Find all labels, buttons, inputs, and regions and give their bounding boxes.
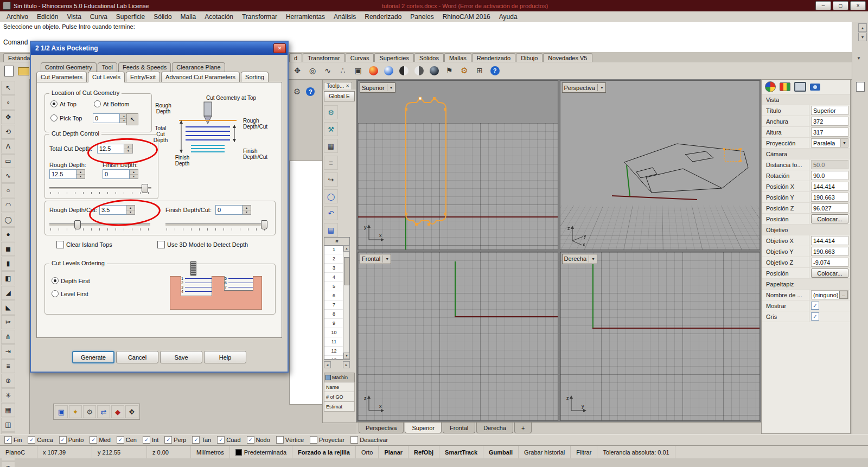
spin-down-icon[interactable] [124,149,132,153]
status-toggle[interactable]: Planar [379,446,409,458]
slider-thumb[interactable] [261,220,267,229]
screen-icon[interactable] [794,82,806,92]
toolbar-tab[interactable]: Dibujo [516,53,542,62]
osnap-checkbox[interactable] [192,436,200,444]
viewport-tab[interactable]: + [514,423,532,433]
new-file-icon[interactable] [4,66,14,76]
osnap-toggle[interactable]: Int [143,436,158,444]
dialog-button[interactable]: Help [204,351,246,363]
list-item[interactable]: 3 [324,264,343,273]
status-toggle[interactable]: Filtrar [571,446,597,458]
menu-item[interactable]: Malla [176,12,201,22]
pick-top-button[interactable]: ↖ [126,113,138,125]
save-icon[interactable]: ▤ [324,223,338,237]
viewport-title-superior[interactable]: Superior ▼ [360,82,395,93]
list-item[interactable]: 4 [324,273,343,282]
pick-top-radio[interactable]: Pick Top [50,114,82,121]
chamfer-icon[interactable]: ◣ [1,300,15,315]
cylinder-icon[interactable]: ▮ [1,257,15,271]
scroll-up-icon[interactable]: ▲ [858,23,867,32]
depth-first-radio[interactable]: Depth First [52,277,90,284]
array-icon[interactable]: ▦ [1,403,15,417]
status-toggle[interactable]: Gumball [483,446,519,458]
rectangle-icon[interactable]: ▭ [1,154,15,168]
osnap-toggle[interactable]: Desactivar [350,436,388,444]
list-item[interactable]: 1 [324,245,343,254]
viewport-title-perspectiva[interactable]: Perspectiva ▼ [562,82,606,93]
toolbar-tab[interactable]: Sólidos [414,53,444,62]
viewport-tab[interactable]: Frontal [443,423,475,433]
layer-pane[interactable]: Predeterminada [230,446,292,458]
osnap-checkbox[interactable] [59,436,67,444]
list-item[interactable]: 8 [324,310,343,319]
menu-item[interactable]: Paneles [406,12,438,22]
split-icon[interactable]: ⋔ [1,330,15,344]
scroll-down-icon[interactable]: ▼ [343,353,350,359]
machining-browser-panel[interactable] [289,161,323,405]
units-pane[interactable]: Milímetros [191,446,230,458]
toolbar-tab[interactable]: Curvas [346,53,374,62]
panel-help-icon[interactable]: ? [306,87,315,96]
dialog-tab[interactable]: Cut Parameters [36,72,87,82]
osnap-toggle[interactable]: Med [90,436,110,444]
global-edit-button[interactable]: Global E [324,91,355,101]
superior-viewport[interactable]: Superior ▼ y x [358,80,558,250]
list-item[interactable]: 13 [324,356,343,359]
select-circle-icon[interactable]: ◯ [324,189,338,203]
status-toggle[interactable]: Orto [356,446,379,458]
status-toggle[interactable]: SmartTrack [439,446,483,458]
list-item[interactable]: 10 [324,328,343,337]
viewport-properties-icon[interactable] [765,81,776,92]
spin-down-icon[interactable] [130,175,138,179]
toolbar-tab-fragment[interactable]: d [289,53,302,62]
perspectiva-viewport[interactable]: Perspectiva ▼ z y x [560,80,761,250]
rotate-icon[interactable]: ⟲ [1,125,15,139]
sphere-icon[interactable]: ● [1,227,15,241]
zoom-icon[interactable]: ◎ [306,64,319,77]
dialog-tab[interactable]: Sorting [241,72,269,82]
toolbar-tab[interactable]: Mallas [444,53,471,62]
list-item[interactable]: 5 [324,282,343,291]
chevron-down-icon[interactable]: ▼ [591,257,595,261]
level-first-radio[interactable]: Level First [52,290,88,297]
use-3d-model-checkbox[interactable]: Use 3D Model to Detect Depth [157,241,248,248]
curvature-icon[interactable]: ∿ [321,64,334,77]
move-view-icon[interactable]: ✥ [291,64,304,77]
osnap-toggle[interactable]: Perp [164,436,186,444]
select-curves-icon[interactable]: ↪ [324,172,338,187]
menu-item[interactable]: Transformar [238,12,282,22]
machine-field-row[interactable]: # of GO [324,392,355,402]
depth-slider[interactable] [49,183,151,194]
toolbar-tab[interactable]: Superficies [374,53,413,62]
swap-icon[interactable]: ⇄ [97,405,110,418]
scrollbar-thumb[interactable] [344,257,349,285]
dialog-tab[interactable]: Clearance Plane [172,62,225,72]
frontal-viewport[interactable]: Frontal ▼ z x [358,252,558,421]
select-icon[interactable]: ↖ [1,81,15,95]
cplane-pane[interactable]: PlanoC [0,446,37,458]
viewport-tab[interactable]: Perspectiva [359,423,404,433]
at-top-radio[interactable]: At Top [50,100,76,107]
menu-item[interactable]: Análisis [329,12,360,22]
panel-gear-icon[interactable]: ⚙ [293,87,301,97]
ellipsis-button[interactable]: ... [839,291,848,299]
toolpath-tab[interactable]: Toolp... ✕ [324,82,352,89]
menu-item[interactable]: RhinoCAM 2016 [438,12,495,22]
xray-sphere-icon[interactable] [412,64,425,77]
ellipse-icon[interactable]: ◯ [1,213,15,227]
dialog-tab[interactable]: Control Geometry [41,62,97,72]
list-item[interactable]: 7 [324,300,343,310]
osnap-checkbox[interactable] [310,436,317,444]
osnap-checkbox[interactable] [117,436,124,444]
gem-icon[interactable]: ◆ [111,405,124,418]
menu-item[interactable]: Archivo [2,12,33,22]
osnap-checkbox[interactable] [217,436,225,444]
cplane-icon[interactable]: ▣ [55,405,68,418]
osnap-toggle[interactable]: Tan [192,436,211,444]
setup-list-icon[interactable]: ≡ [324,156,338,170]
selected-pocket-curve[interactable] [399,94,451,229]
menu-item[interactable]: Sólido [149,12,176,22]
explode-icon[interactable]: ✳ [1,388,15,402]
help-icon[interactable]: ? [488,64,501,77]
maximize-button[interactable]: ▢ [833,1,848,10]
